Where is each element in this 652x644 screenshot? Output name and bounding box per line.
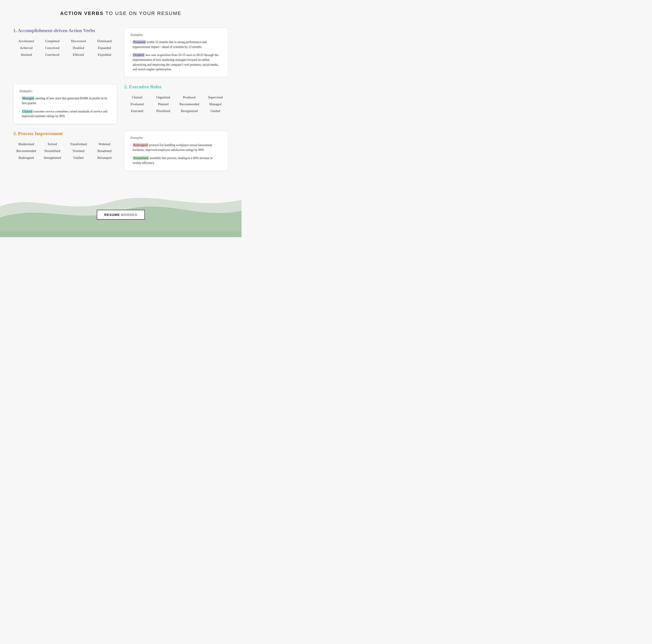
verb: Convinced [39,52,65,58]
main-content: 1. Accomplishment-driven Action Verbs Ac… [0,23,242,171]
verb: Reorganized [176,108,202,114]
verb: Solved [39,141,65,147]
svg-rect-0 [0,232,242,237]
section1-verb-grid: Accelerated Completed Discovered Elimina… [13,38,117,58]
verb: Widened [91,141,117,147]
verb: Unified [65,155,91,161]
verb: Redesigned [13,155,39,161]
example-label-2: Examples: [20,89,111,93]
verb: Guided [202,108,228,114]
verb: Trimmed [65,148,91,154]
verb: Attained [13,52,39,58]
verb: Planned [150,101,176,107]
section3-left: 3. Process Improvement Modernised Solved… [13,131,117,161]
verb: Managed [202,101,228,107]
verb: Chaired [124,95,150,100]
verb: Strengthened [39,155,65,161]
header-bold: ACTION VERBS [60,10,104,16]
example-box-2: Examples: Managed opening of new store t… [13,84,117,124]
verb: Conceived [39,45,65,51]
verb: Prioritized [150,108,176,114]
verb: Revamped [91,155,117,161]
verb: Doubled [65,45,91,51]
verb: Transformed [65,141,91,147]
verb: Effected [65,52,91,58]
row-3: 3. Process Improvement Modernised Solved… [13,131,228,171]
section2-right: 2. Executive Roles Chaired Organized Pro… [124,84,228,114]
footer-logo: RESUME WORDED [97,210,145,220]
verb: Evaluated [124,101,150,107]
verb: Completed [39,38,65,44]
section3-right: Examples: Redesigned protocol for handli… [124,131,228,171]
section1-example-box: Examples: Promoted within 12 months due … [124,28,228,77]
row-2: Examples: Managed opening of new store t… [13,84,228,124]
verb: Produced [176,95,202,100]
section1-title: 1. Accomplishment-driven Action Verbs [13,28,117,33]
highlight-redesigned: Redesigned [133,143,148,147]
example-label-1: Examples: [131,33,222,37]
example-item-2-2: Chaired customer service committee; rais… [20,109,111,118]
header-rest: TO USE ON YOUR RESUME [104,10,181,16]
highlight-streamlined: Streamlined [133,156,149,160]
verb: Recommended [176,101,202,107]
example-item-2-1: Managed opening of new store that genera… [20,96,111,105]
verb: Achieved [13,45,39,51]
row-1: 1. Accomplishment-driven Action Verbs Ac… [13,28,228,77]
section1-left-example: Examples: Managed opening of new store t… [13,84,117,124]
verb: Executed [124,108,150,114]
highlight-doubled: Doubled [133,53,144,57]
highlight-chaired: Chaired [22,110,33,113]
example-item-1-2: Doubled new user acquisition from 10-15 … [131,53,222,72]
verb: Eliminated [91,38,117,44]
example-label-3: Examples: [131,136,222,140]
wave-background [0,167,242,237]
example-item-1-1: Promoted within 12 months due to strong … [131,40,222,49]
page-header: ACTION VERBS TO USE ON YOUR RESUME [0,0,242,23]
highlight-promoted: Promoted [133,40,146,44]
example-box-3: Examples: Redesigned protocol for handli… [124,131,228,171]
verb: Supervised [202,95,228,100]
section3-verb-grid: Modernised Solved Transformed Widened Re… [13,141,117,161]
example-item-3-1: Redesigned protocol for handling workpla… [131,143,222,152]
verb: Expanded [91,45,117,51]
section1-left: 1. Accomplishment-driven Action Verbs Ac… [13,28,117,58]
verb: Organized [150,95,176,100]
verb: Expedited [91,52,117,58]
verb: Discovered [65,38,91,44]
verb: Modernised [13,141,39,147]
example-item-3-2: Streamlined assembly line process, leadi… [131,156,222,165]
highlight-managed: Managed [22,97,34,100]
verb: Streamlined [39,148,65,154]
footer-logo-light: WORDED [121,213,137,217]
verb: Accelerated [13,38,39,44]
footer-logo-bold: RESUME [104,213,120,217]
verb: Recommended [13,148,39,154]
verb: Broadened [91,148,117,154]
example-box-1: Examples: Promoted within 12 months due … [124,28,228,77]
section2-verb-grid: Chaired Organized Produced Supervised Ev… [124,95,228,114]
section3-title: 3. Process Improvement [13,131,117,136]
section2-title: 2. Executive Roles [124,84,228,90]
